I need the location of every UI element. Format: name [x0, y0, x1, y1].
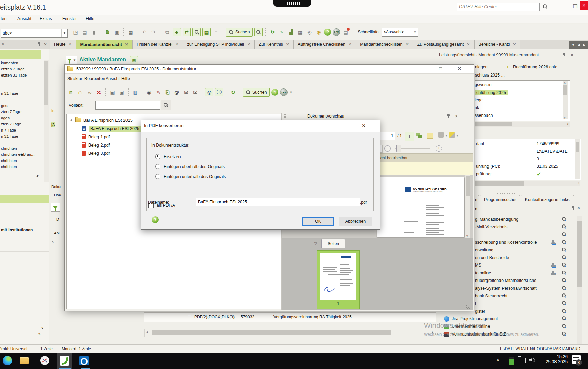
leistung-pin-icon[interactable] [563, 53, 566, 57]
menu-item-Extras[interactable]: Extras [40, 16, 52, 21]
archive-icon[interactable]: ▥ [132, 88, 139, 96]
sidebar-item[interactable]: chrichten [0, 158, 43, 164]
sidebar-item[interactable]: zten 7 Tage [0, 121, 43, 127]
tree-item-Beleg 3.pdf[interactable]: Beleg 3.pdf [82, 149, 110, 157]
help-search-icon[interactable] [543, 4, 547, 9]
open-search-icon[interactable] [562, 255, 566, 260]
panel-tab-Programmsuche[interactable]: Programmsuche [480, 195, 520, 204]
open-search-icon[interactable] [562, 332, 566, 336]
sidebar-x-icon[interactable]: ✕ [44, 42, 47, 47]
pdf-convert-icon[interactable]: ◎ [205, 88, 213, 96]
help-icon[interactable]: ? [271, 89, 278, 96]
layers-icon[interactable] [416, 132, 423, 140]
save-icon[interactable]: ▣ [109, 88, 116, 96]
menu-item-ten[interactable]: ten [1, 16, 6, 21]
open-search-icon[interactable] [562, 224, 566, 229]
highlighter-dropdown-icon[interactable]: ▼ [456, 134, 459, 137]
docwin-menu-Hilfe[interactable]: Hilfe [121, 76, 130, 81]
zoom-in-icon[interactable]: + [436, 145, 442, 152]
sidebar-close-icon[interactable]: ✕ [1, 42, 5, 47]
docwin-minimize-button[interactable]: – [419, 66, 422, 71]
sidebar-more-arrow[interactable]: > [36, 174, 39, 178]
volltext-input[interactable] [95, 101, 160, 110]
sidebar-item[interactable]: ges [0, 103, 43, 109]
links-vscroll[interactable] [577, 216, 582, 344]
link-icon[interactable]: ∞ [86, 88, 93, 96]
sidebar-item[interactable]: etzten 31 Tage [0, 72, 43, 79]
close-button[interactable]: ✕ [580, 1, 588, 10]
radio-icon[interactable] [155, 154, 160, 159]
notification-icon[interactable]: 8 [572, 355, 581, 364]
tree-item-BaFA Einspruch ESt 2025[interactable]: WBaFA Einspruch ESt 2025 [82, 125, 141, 133]
open-search-icon[interactable] [562, 316, 566, 321]
refresh-icon[interactable]: ↻ [269, 28, 276, 36]
sidebar-item[interactable]: n 7 Tage [0, 127, 43, 134]
sidebar-item[interactable]: kumenten [0, 60, 43, 66]
tab-zur Erledigung S+P individuell[interactable]: zur Erledigung S+P individuell✕ [183, 40, 254, 49]
grid-view-icon[interactable]: ▦ [202, 28, 211, 36]
tab-Heute[interactable]: Heute✕ [50, 40, 76, 49]
structure-view-icon[interactable]: ♣ [173, 28, 181, 36]
sidebar-item[interactable]: etzten 7 Tage [0, 66, 43, 72]
quick-entry-combobox[interactable]: abe> ▼ [1, 29, 68, 38]
resize-grip[interactable] [466, 305, 470, 309]
tab-close-icon[interactable]: ✕ [406, 42, 409, 47]
tab-close-icon[interactable]: ✕ [467, 42, 470, 47]
tab-close-icon[interactable]: ✕ [247, 42, 250, 47]
calculator-icon[interactable]: ▦ [296, 28, 304, 36]
tab-Auftragsfreie Checklisten[interactable]: Auftragsfreie Checklisten✕ [294, 40, 356, 49]
cancel-button[interactable]: Abbrechen [339, 217, 372, 226]
network-icon[interactable] [519, 358, 526, 363]
mandanten-view-icon[interactable]: ▦ [130, 56, 138, 64]
refresh-icon[interactable]: ↻ [229, 88, 237, 96]
maximize-button[interactable]: ❐ [573, 3, 577, 10]
docwin-suchen-button[interactable]: Suchen [243, 88, 270, 97]
help-icon[interactable]: ? [324, 29, 331, 36]
redo-icon[interactable]: ↷ [150, 28, 157, 36]
battery-icon[interactable] [509, 357, 514, 365]
new-document-icon[interactable]: 🗎 [104, 28, 111, 36]
outlook-taskbar-icon[interactable] [79, 356, 89, 365]
sidebar-item[interactable]: zten 7 Tage [0, 109, 43, 115]
leistung-hscroll[interactable]: › [475, 122, 570, 127]
open-search-icon[interactable] [562, 286, 566, 290]
page-number-input[interactable]: 1 [380, 132, 395, 140]
radio-icon[interactable] [155, 164, 160, 169]
link-item[interactable]: Vollmachtsdatenbank für StB [436, 331, 588, 338]
preview-vscroll[interactable]: ∨ [465, 175, 470, 238]
stamp-dropdown-icon[interactable]: ▼ [445, 134, 448, 137]
print-icon[interactable]: ▦ [127, 28, 134, 36]
tab-Fristen der Kanzlei[interactable]: Fristen der Kanzlei✕ [133, 40, 183, 49]
overview-item[interactable]: gswesen [475, 81, 562, 88]
edge-taskbar-icon[interactable] [3, 356, 12, 365]
stamp-icon[interactable] [438, 132, 444, 138]
tree-item-Beleg 1.pdf[interactable]: Beleg 1.pdf [82, 133, 110, 141]
open-search-icon[interactable] [562, 309, 566, 313]
tab-Mandantenchecklisten[interactable]: Mandantenchecklisten✕ [356, 40, 413, 49]
tree-root-row[interactable]: ▼BaFA Einspruch ESt 2025 [70, 116, 133, 124]
page-thumbnail[interactable]: 1 [317, 250, 360, 309]
open-search-icon[interactable] [562, 278, 566, 283]
chevron-down-icon[interactable]: ▼ [61, 29, 67, 37]
notes-icon[interactable]: ▤ [342, 28, 349, 36]
link-item[interactable]: Unternehmen online [436, 323, 588, 330]
tab-Bereiche - Kanzl[interactable]: Bereiche - Kanzl✕ [475, 40, 521, 49]
leistung-row-fragment[interactable]: nlegen [475, 63, 488, 71]
dialog-help-icon[interactable]: ? [152, 216, 159, 223]
menu-item-Ansicht[interactable]: Ansicht [17, 16, 31, 21]
docwin-titlebar[interactable]: 593909 / 99999 / BaFA Einspruch ESt 2025… [65, 65, 474, 74]
undo-icon[interactable]: ↶ [141, 28, 148, 36]
sidebar-expand-icon[interactable]: » [38, 332, 41, 337]
menu-item-Fenster[interactable]: Fenster [62, 16, 77, 21]
dialog-close-icon[interactable]: ✕ [360, 122, 368, 129]
seiten-tab[interactable]: Seiten [321, 239, 345, 248]
docwin-menu-Ansicht[interactable]: Ansicht [106, 76, 120, 81]
sidebar-item[interactable]: n 31 Tage [0, 91, 43, 97]
sidebar-selected-row[interactable] [0, 195, 49, 203]
dialog-titlebar[interactable]: In PDF konvertieren ✕ [141, 120, 380, 132]
sidebar-item[interactable]: chrichten [0, 146, 43, 152]
tab-Mandantenübersicht[interactable]: Mandantenübersicht✕ [76, 40, 133, 49]
snipping-taskbar-icon[interactable] [40, 356, 49, 365]
chart-icon[interactable]: ▟ [287, 28, 295, 36]
overview-item[interactable]: nk [475, 104, 562, 111]
